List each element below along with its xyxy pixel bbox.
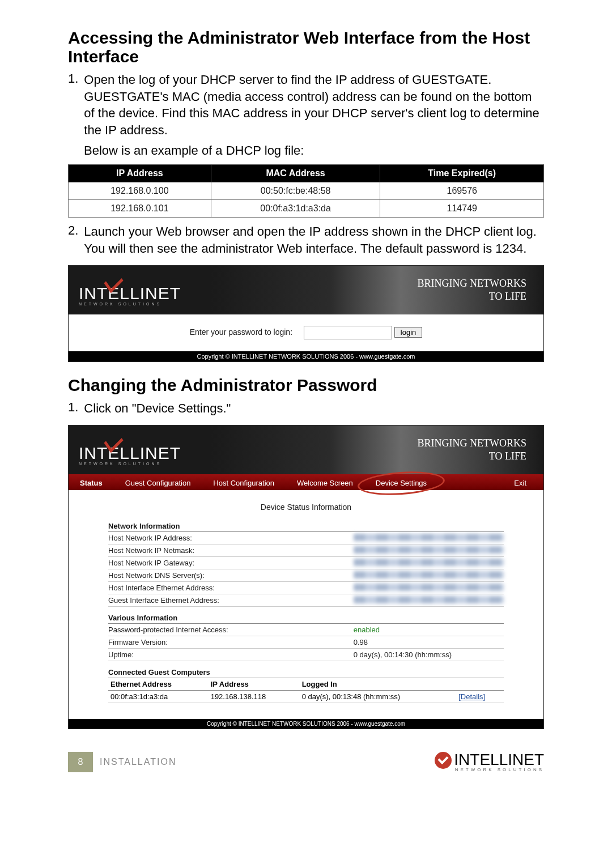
table-row: 192.168.0.100 00:50:fc:be:48:58 169576 [69,182,544,200]
kv-value-blurred [354,596,504,603]
footer-intellinet-logo: INTELLINET NETWORK SOLUTIONS [435,752,544,772]
brand-tagline: BRINGING NETWORKS TO LIFE [418,437,527,462]
kv-value-blurred [354,571,504,578]
copyright-text: Copyright © INTELLINET NETWORK SOLUTIONS… [69,351,543,361]
tab-device-settings[interactable]: Device Settings [364,476,438,490]
login-screenshot: INTELLINET NETWORK SOLUTIONS BRINGING NE… [68,265,544,362]
checkmark-circle-icon [435,752,452,769]
footer-logo-sub: NETWORK SOLUTIONS [454,768,544,772]
cell: 169576 [380,182,544,200]
kv-row: Uptime:0 day(s), 00:14:30 (hh:mm:ss) [108,649,504,661]
step-number-1b: 1. [68,400,78,417]
cell: 192.168.0.100 [69,182,211,200]
page-number: 8 [68,752,93,772]
intellinet-logo: INTELLINET NETWORK SOLUTIONS [79,274,181,306]
kv-row: Host Network DNS Server(s): [108,569,504,582]
kv-label: Host Network IP Gateway: [108,559,354,567]
logo-text: INTELLINET [79,285,181,302]
kv-row: Password-protected Internet Access:enabl… [108,624,504,636]
step-number-1: 1. [68,71,78,139]
cell: 00:0f:a3:1d:a3:da [211,200,380,218]
kv-row: Host Network IP Netmask: [108,544,504,557]
cell: 114749 [380,200,544,218]
cell: 0 day(s), 00:13:48 (hh:mm:ss) [300,690,457,703]
kv-row: Host Network IP Address: [108,532,504,544]
tab-status[interactable]: Status [69,476,114,490]
kv-label: Host Network IP Address: [108,534,354,542]
brand-tagline: BRINGING NETWORKS TO LIFE [418,277,527,303]
group-connected-guests: Connected Guest Computers [108,667,504,678]
kv-label: Host Network IP Netmask: [108,546,354,555]
logo-subtitle: NETWORK SOLUTIONS [79,462,181,466]
table-row: 192.168.0.101 00:0f:a3:1d:a3:da 114749 [69,200,544,218]
kv-label: Guest Interface Ethernet Address: [108,596,354,605]
step-2-text: Launch your Web browser and open the IP … [84,223,544,257]
kv-value-blurred [354,559,504,566]
tagline-line-2: TO LIFE [418,290,527,303]
copyright-text: Copyright © INTELLINET NETWORK SOLUTIONS… [69,719,543,729]
footer-section-name: INSTALLATION [100,757,176,767]
kv-label: Host Network DNS Server(s): [108,571,354,580]
kv-value: 0 day(s), 00:14:30 (hh:mm:ss) [354,650,504,659]
kv-value-blurred [354,546,504,554]
kv-label: Host Interface Ethernet Address: [108,584,354,592]
tab-host-configuration[interactable]: Host Configuration [202,476,286,490]
dhcp-example-caption: Below is an example of a DHCP log file: [84,142,544,159]
table-row: 00:0f:a3:1d:a3:da 192.168.138.118 0 day(… [108,690,504,703]
kv-label: Uptime: [108,650,354,659]
tab-device-settings-label: Device Settings [376,479,427,487]
kv-row: Host Network IP Gateway: [108,557,504,569]
logo-subtitle: NETWORK SOLUTIONS [79,302,181,306]
tagline-line-2: TO LIFE [418,450,527,463]
dhcp-header-time: Time Expired(s) [380,165,544,182]
step-1-text: Open the log of your DHCP server to find… [84,71,544,139]
dhcp-log-table: IP Address MAC Address Time Expired(s) 1… [68,164,544,218]
heading-change-password: Changing the Administrator Password [68,376,544,394]
dhcp-header-mac: MAC Address [211,165,380,182]
footer-logo-text: INTELLINET [454,751,544,768]
password-label: Enter your password to login: [190,327,292,337]
kv-value-blurred [354,534,504,541]
kv-value: enabled [354,626,504,634]
login-button[interactable]: login [394,327,422,338]
guest-header-loggedin: Logged In [300,678,457,691]
tagline-line-1: BRINGING NETWORKS [418,277,527,290]
kv-value-blurred [354,584,504,591]
guest-header-eth: Ethernet Address [108,678,209,691]
cell: 192.168.0.101 [69,200,211,218]
details-link[interactable]: [Details] [458,692,485,701]
kv-value: 0.98 [354,638,504,646]
status-screenshot: INTELLINET NETWORK SOLUTIONS BRINGING NE… [68,425,544,729]
guest-header-ip: IP Address [209,678,300,691]
tab-welcome-screen[interactable]: Welcome Screen [286,476,364,490]
group-network-info: Network Information [108,521,504,532]
kv-label: Firmware Version: [108,638,354,646]
step-1b-text: Click on "Device Settings." [84,400,231,417]
status-page-title: Device Status Information [108,503,504,512]
kv-row: Host Interface Ethernet Address: [108,582,504,594]
dhcp-header-ip: IP Address [69,165,211,182]
heading-access-admin: Accessing the Administrator Web Interfac… [68,28,544,66]
tagline-line-1: BRINGING NETWORKS [418,437,527,450]
tab-guest-configuration[interactable]: Guest Configuration [114,476,202,490]
step-number-2: 2. [68,223,78,257]
kv-row: Firmware Version:0.98 [108,636,504,649]
kv-row: Guest Interface Ethernet Address: [108,594,504,607]
group-various-info: Various Information [108,612,504,624]
guest-header-blank [456,678,504,691]
logo-text: INTELLINET [79,445,181,462]
kv-label: Password-protected Internet Access: [108,626,354,634]
cell: 00:50:fc:be:48:58 [211,182,380,200]
guest-computers-table: Ethernet Address IP Address Logged In 00… [108,678,504,703]
cell: 00:0f:a3:1d:a3:da [108,690,209,703]
nav-tabs: Status Guest Configuration Host Configur… [69,474,543,490]
password-input[interactable] [304,326,392,339]
intellinet-logo: INTELLINET NETWORK SOLUTIONS [79,433,181,466]
cell: 192.168.138.118 [209,690,300,703]
tab-exit[interactable]: Exit [503,476,543,490]
